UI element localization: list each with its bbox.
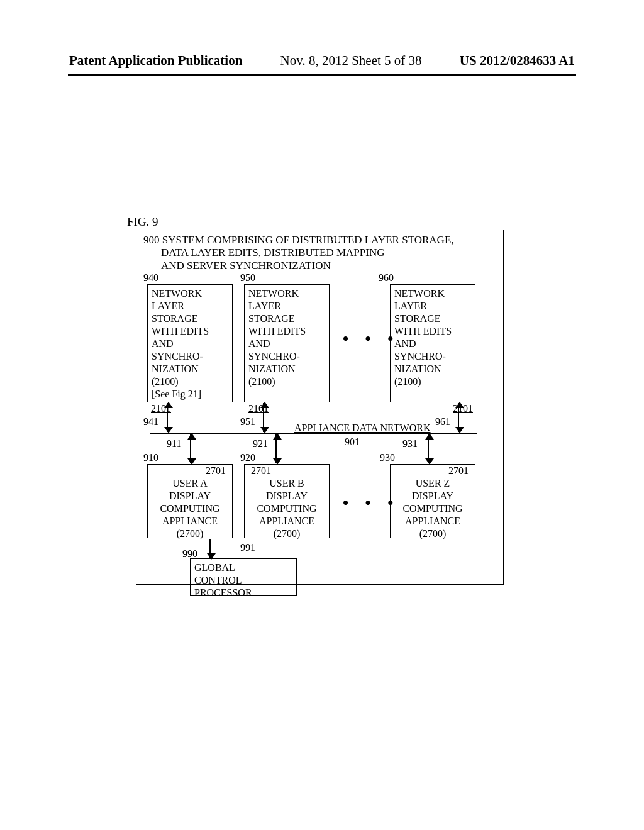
storage-line: WITH EDITS — [152, 325, 228, 338]
global-line: PROCESSOR — [194, 587, 292, 599]
storage-line: LAYER — [248, 300, 325, 313]
storage-line: LAYER — [394, 300, 471, 313]
user-line: APPLIANCE — [394, 515, 471, 528]
ellipsis-dots-bottom: • • • — [343, 494, 399, 512]
ref-2701-b: 2701 — [251, 465, 271, 477]
ref-960: 960 — [379, 272, 394, 284]
storage-line: NETWORK — [152, 287, 228, 300]
user-line: APPLIANCE — [248, 515, 325, 528]
storage-box-960: NETWORK LAYER STORAGE WITH EDITS AND SYN… — [390, 284, 475, 402]
storage-line: SYNCHRO- — [394, 350, 471, 363]
user-line: DISPLAY — [248, 490, 325, 502]
user-box-a: 2701 USER A DISPLAY COMPUTING APPLIANCE … — [147, 464, 233, 538]
storage-line: LAYER — [152, 300, 228, 313]
user-line: COMPUTING — [152, 502, 228, 515]
user-line: (2700) — [248, 528, 325, 540]
global-line: GLOBAL — [194, 562, 292, 574]
header-pub-number: US 2012/0284633 A1 — [460, 53, 575, 69]
arrow-991 — [209, 540, 211, 558]
storage-line: STORAGE — [394, 313, 471, 325]
ref-950: 950 — [240, 272, 255, 284]
ellipsis-dots-top: • • • — [343, 329, 399, 348]
system-title-line3: AND SERVER SYNCHRONIZATION — [143, 260, 454, 272]
global-line: CONTROL — [194, 574, 292, 587]
ref-931: 931 — [402, 438, 418, 450]
storage-line: (2100) — [152, 375, 228, 388]
user-line: DISPLAY — [394, 490, 471, 502]
storage-line: AND — [394, 338, 471, 350]
page-header: Patent Application Publication Nov. 8, 2… — [0, 53, 644, 69]
storage-line: NIZATION — [394, 363, 471, 375]
arrow-951 — [263, 403, 264, 432]
header-date-sheet: Nov. 8, 2012 Sheet 5 of 38 — [242, 53, 459, 69]
storage-line: SYNCHRO- — [152, 350, 228, 363]
figure-label: FIG. 9 — [127, 215, 158, 229]
user-line: (2700) — [394, 528, 471, 540]
storage-line: NIZATION — [248, 363, 325, 375]
storage-line: [See Fig 21] — [152, 388, 228, 401]
ref-2701-a: 2701 — [206, 465, 226, 477]
system-title-line1: 900 SYSTEM COMPRISING OF DISTRIBUTED LAY… — [143, 234, 454, 246]
storage-box-940: NETWORK LAYER STORAGE WITH EDITS AND SYN… — [147, 284, 233, 402]
storage-line: WITH EDITS — [248, 325, 325, 338]
ref-901: 901 — [345, 436, 360, 448]
ref-921: 921 — [253, 438, 268, 450]
header-publication: Patent Application Publication — [69, 53, 242, 69]
ref-2701-c: 2701 — [448, 465, 469, 477]
storage-line: (2100) — [248, 375, 325, 388]
ref-941: 941 — [143, 416, 158, 428]
storage-line: NIZATION — [152, 363, 228, 375]
system-title: 900 SYSTEM COMPRISING OF DISTRIBUTED LAY… — [143, 234, 454, 272]
user-line: USER B — [248, 477, 325, 490]
ref-951: 951 — [240, 416, 255, 428]
user-line: DISPLAY — [152, 490, 228, 502]
user-box-b: 2701 USER B DISPLAY COMPUTING APPLIANCE … — [244, 464, 330, 538]
user-line: USER Z — [394, 477, 471, 490]
ref-961: 961 — [435, 416, 450, 428]
storage-line: STORAGE — [152, 313, 228, 325]
arrow-911 — [190, 434, 191, 463]
user-line: USER A — [152, 477, 228, 490]
storage-line: NETWORK — [394, 287, 471, 300]
ref-911: 911 — [167, 438, 181, 450]
arrow-931 — [428, 434, 429, 463]
storage-line: WITH EDITS — [394, 325, 471, 338]
storage-box-950: NETWORK LAYER STORAGE WITH EDITS AND SYN… — [244, 284, 330, 402]
arrow-921 — [275, 434, 277, 463]
arrow-961 — [458, 403, 459, 432]
storage-line: STORAGE — [248, 313, 325, 325]
user-line: APPLIANCE — [152, 515, 228, 528]
arrow-941 — [167, 403, 168, 432]
ref-940: 940 — [143, 272, 158, 284]
ref-930: 930 — [380, 452, 395, 463]
user-line: COMPUTING — [248, 502, 325, 515]
ref-910: 910 — [143, 452, 158, 463]
header-rule — [68, 74, 576, 76]
storage-line: AND — [248, 338, 325, 350]
ref-920: 920 — [240, 452, 255, 463]
ref-991: 991 — [240, 542, 255, 553]
network-label: APPLIANCE DATA NETWORK — [294, 423, 431, 434]
storage-line: NETWORK — [248, 287, 325, 300]
patent-page: Patent Application Publication Nov. 8, 2… — [0, 0, 644, 830]
global-control-box: GLOBAL CONTROL PROCESSOR — [190, 558, 297, 596]
system-title-line2: DATA LAYER EDITS, DISTRIBUTED MAPPING — [143, 246, 454, 259]
user-line: (2700) — [152, 528, 228, 540]
user-box-z: 2701 USER Z DISPLAY COMPUTING APPLIANCE … — [390, 464, 475, 538]
user-line: COMPUTING — [394, 502, 471, 515]
storage-line: (2100) — [394, 375, 471, 388]
storage-line: AND — [152, 338, 228, 350]
storage-line: SYNCHRO- — [248, 350, 325, 363]
